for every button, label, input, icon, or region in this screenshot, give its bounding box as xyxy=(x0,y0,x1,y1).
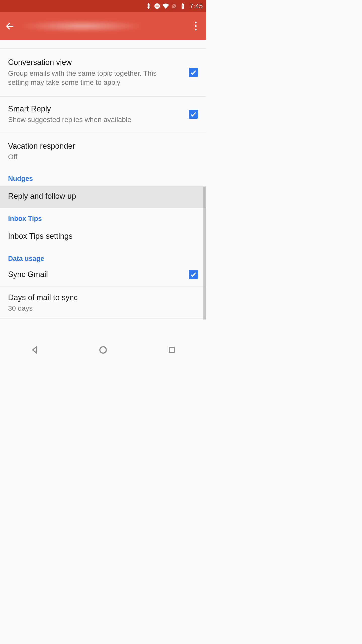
svg-rect-4 xyxy=(182,3,183,4)
vacation-responder-value: Off xyxy=(8,152,188,162)
triangle-back-icon xyxy=(30,346,39,354)
status-bar: 7:45 xyxy=(0,0,206,12)
bluetooth-icon xyxy=(145,3,152,9)
nudges-header: Nudges xyxy=(0,164,206,186)
overflow-menu-button[interactable] xyxy=(190,21,201,31)
check-icon xyxy=(190,111,197,118)
vacation-responder-title: Vacation responder xyxy=(8,141,188,151)
nav-back-button[interactable] xyxy=(29,344,40,355)
page-title-blurred xyxy=(24,20,140,32)
wifi-icon xyxy=(162,3,169,9)
data-usage-header: Data usage xyxy=(0,248,206,266)
settings-content: Conversation view Group emails with the … xyxy=(0,40,206,319)
reply-follow-up-row[interactable]: Reply and follow up xyxy=(0,186,206,208)
days-to-sync-row[interactable]: Days of mail to sync 30 days xyxy=(0,287,206,318)
nav-home-button[interactable] xyxy=(98,344,109,355)
svg-rect-1 xyxy=(156,6,159,6)
inbox-tips-header: Inbox Tips xyxy=(0,208,206,226)
battery-charging-icon xyxy=(179,3,186,9)
navigation-bar xyxy=(0,337,206,362)
sync-gmail-title: Sync Gmail xyxy=(8,270,179,279)
status-time: 7:45 xyxy=(190,2,203,10)
svg-point-5 xyxy=(100,347,106,353)
sync-gmail-checkbox[interactable] xyxy=(189,270,198,279)
conversation-view-checkbox[interactable] xyxy=(189,68,198,77)
smart-reply-subtitle: Show suggested replies when available xyxy=(8,115,179,124)
check-icon xyxy=(190,271,197,278)
smart-reply-row[interactable]: Smart Reply Show suggested replies when … xyxy=(0,97,206,132)
do-not-disturb-icon xyxy=(154,3,160,9)
nav-recents-button[interactable] xyxy=(166,344,177,355)
no-sim-icon xyxy=(171,3,177,9)
more-vert-icon xyxy=(195,22,197,30)
square-recents-icon xyxy=(168,346,175,354)
check-icon xyxy=(190,69,197,76)
circle-home-icon xyxy=(99,346,107,354)
status-icons: 7:45 xyxy=(145,2,203,10)
conversation-view-title: Conversation view xyxy=(8,58,179,67)
top-spacer xyxy=(0,40,206,49)
smart-reply-title: Smart Reply xyxy=(8,104,179,114)
vacation-responder-row[interactable]: Vacation responder Off xyxy=(0,132,206,164)
conversation-view-subtitle: Group emails with the same topic togethe… xyxy=(8,69,179,87)
days-to-sync-title: Days of mail to sync xyxy=(8,293,188,303)
smart-reply-checkbox[interactable] xyxy=(189,110,198,119)
conversation-view-row[interactable]: Conversation view Group emails with the … xyxy=(0,49,206,97)
bottom-divider xyxy=(0,318,206,319)
svg-rect-6 xyxy=(169,347,174,352)
days-to-sync-value: 30 days xyxy=(8,304,188,313)
back-button[interactable] xyxy=(5,21,15,31)
app-bar xyxy=(0,12,206,40)
scrollbar-thumb[interactable] xyxy=(203,187,206,319)
sync-gmail-row[interactable]: Sync Gmail xyxy=(0,266,206,287)
arrow-left-icon xyxy=(5,21,15,31)
inbox-tips-settings-row[interactable]: Inbox Tips settings xyxy=(0,226,206,248)
